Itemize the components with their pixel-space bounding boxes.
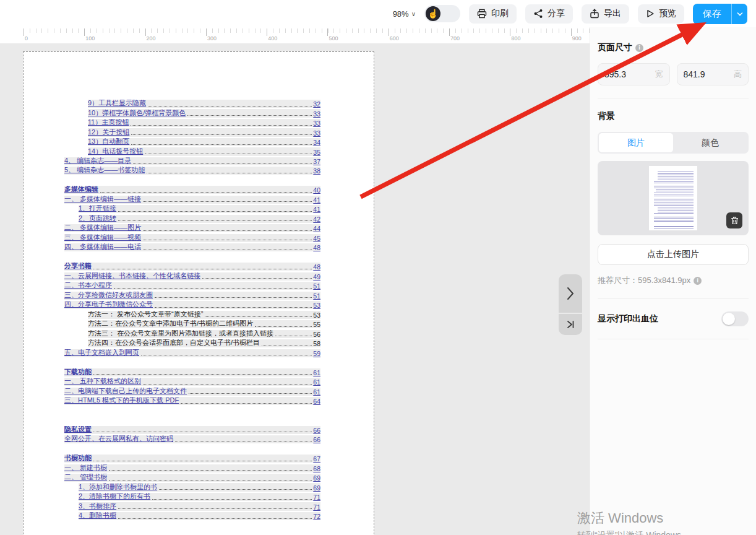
toc-dot-leader	[118, 211, 312, 212]
toc-page-number: 69	[313, 484, 320, 492]
toc-page-number: 51	[313, 292, 320, 300]
background-image-preview[interactable]	[598, 161, 749, 235]
toc-page-number: 71	[313, 503, 320, 511]
toc-dot-leader	[159, 489, 312, 490]
toc-entry: 13）自动翻页 34	[88, 138, 320, 146]
toc-dot-leader	[187, 115, 312, 116]
toc-entry-text: 一、 新建书橱	[64, 464, 107, 472]
toc-dot-leader	[93, 269, 312, 269]
toc-entry: 三、 多媒体编辑——视频 45	[64, 234, 320, 242]
toc-dot-leader	[181, 403, 312, 404]
print-button[interactable]: 印刷	[469, 4, 517, 24]
toc-entry-text: 三、 多媒体编辑——视频	[64, 234, 141, 242]
export-button[interactable]: 导出	[582, 4, 629, 24]
toc-entry: 一、 多媒体编辑——链接 41	[64, 196, 320, 204]
bleed-toggle-knob	[723, 313, 735, 325]
toc-entry: 4、 编辑杂志——目录 37	[64, 157, 320, 165]
toc-entry-text: 13）自动翻页	[88, 138, 129, 146]
toc-entry: 14）电话拨号按钮 35	[88, 147, 320, 155]
page-size-section-title: 页面尺寸 i	[598, 42, 749, 53]
divider	[598, 298, 749, 299]
toc-dot-leader	[205, 316, 312, 317]
toc-entry-text: 二、 管理书橱	[64, 474, 107, 482]
mini-line	[658, 212, 694, 212]
save-button[interactable]: 保存	[693, 4, 731, 24]
toc-entry-text: 一、 多媒体编辑——链接	[64, 196, 141, 204]
mini-line	[654, 205, 694, 206]
upload-image-button[interactable]: 点击上传图片	[598, 244, 749, 265]
print-button-label: 印刷	[491, 8, 509, 19]
mini-line	[658, 210, 694, 211]
toc-dot-leader	[118, 508, 312, 509]
toc-dot-leader	[275, 336, 312, 336]
ruler-tick-label: 500	[329, 35, 338, 41]
tab-color[interactable]: 颜色	[673, 133, 747, 152]
last-page-icon	[566, 320, 575, 329]
height-input[interactable]	[684, 69, 727, 79]
divider	[598, 98, 749, 98]
toc-entry-text: 2、清除书橱下的所有书	[79, 493, 150, 501]
mini-line	[654, 201, 694, 201]
mini-line	[658, 178, 694, 178]
toc-entry: 二、书本小程序 51	[64, 282, 320, 290]
toc-dot-leader	[93, 374, 312, 375]
toc-entry-text: 5、 编辑杂志——书签功能	[64, 167, 145, 175]
toc-entry: 4、删除书橱 72	[79, 512, 320, 520]
mini-line	[658, 175, 694, 175]
last-page-button[interactable]	[559, 314, 582, 335]
toc-page-number: 66	[313, 436, 320, 443]
toc-entry: 二、 多媒体编辑——图片 44	[64, 224, 320, 232]
toc-entry-text: 五、电子文档嵌入到网页	[64, 349, 139, 357]
zoom-level-control[interactable]: 98% ∨	[393, 9, 416, 19]
toc-blank-line	[64, 416, 320, 426]
mini-line	[654, 226, 694, 227]
toc-page-number: 35	[313, 149, 320, 156]
toc-entry-text: 二、书本小程序	[64, 282, 112, 290]
preview-button[interactable]: 预览	[638, 4, 684, 24]
share-button[interactable]: 分享	[525, 4, 573, 24]
toc-entry: 2、清除书橱下的所有书 71	[79, 493, 320, 501]
toc-entry-text: 方法四：在公众号会话界面底部，自定义电子书/书橱栏目	[88, 339, 260, 347]
toc-entry: 5、 编辑杂志——书签功能 38	[64, 167, 320, 175]
mini-line	[658, 172, 694, 172]
info-icon[interactable]: i	[694, 277, 702, 285]
tab-image[interactable]: 图片	[599, 133, 673, 152]
toc-page-number: 51	[313, 282, 320, 290]
mini-line	[654, 228, 694, 228]
toc-page-number: 49	[313, 273, 320, 281]
mini-line	[658, 180, 694, 180]
background-tabs: 图片 颜色	[598, 132, 749, 154]
touch-mode-toggle[interactable]: ☝	[424, 5, 460, 22]
toc-dot-leader	[255, 326, 312, 327]
recommended-size: 推荐尺寸：595.3x841.9px i	[598, 275, 749, 286]
info-icon[interactable]: i	[635, 44, 643, 52]
toc-entry-text: 1、打开链接	[79, 205, 116, 213]
bleed-toggle[interactable]	[721, 311, 749, 326]
toc-dot-leader	[109, 480, 312, 481]
bleed-setting-row: 显示打印出血位	[598, 311, 749, 326]
toc-page-number: 71	[313, 494, 320, 501]
toc-page-number: 48	[313, 263, 320, 271]
next-page-button[interactable]	[559, 274, 582, 313]
toc-entry: 四、 多媒体编辑——电话 48	[64, 243, 320, 251]
document-page[interactable]: 9）工具栏显示隐藏 32 10）弹框字体颜色/弹框背景颜色 33 11）主页按钮…	[23, 51, 374, 535]
width-input[interactable]	[604, 69, 648, 79]
toc-page-number: 38	[313, 167, 320, 175]
editor-canvas[interactable]: 9）工具栏显示隐藏 32 10）弹框字体颜色/弹框背景颜色 33 11）主页按钮…	[0, 43, 590, 535]
ruler-tick-label: 800	[511, 35, 520, 41]
touch-mode-icon: ☝	[426, 6, 440, 21]
toc-entry-text: 分享书籍	[64, 263, 92, 271]
toc-entry-text: 4、 编辑杂志——目录	[64, 157, 131, 165]
toc-page-number: 33	[313, 120, 320, 127]
share-icon	[533, 9, 543, 19]
zoom-level-value: 98%	[393, 9, 409, 19]
mini-line	[656, 191, 694, 191]
mini-line	[654, 186, 694, 186]
delete-background-button[interactable]	[726, 212, 742, 228]
mini-line	[654, 196, 694, 196]
save-dropdown-button[interactable]	[731, 4, 747, 24]
toc-entry-text: 一、 五种下载格式的区别	[64, 378, 141, 386]
toc-entry: 3、书橱排序 71	[79, 502, 320, 510]
toc-dot-leader	[143, 384, 312, 385]
toc-entry: 一、云展网链接、书本链接、个性化域名链接 49	[64, 272, 320, 281]
